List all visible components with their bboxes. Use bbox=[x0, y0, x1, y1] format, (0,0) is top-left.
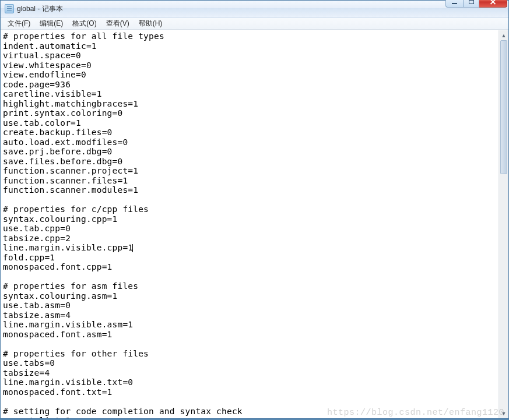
minimize-icon bbox=[452, 3, 457, 4]
notepad-window: global - 记事本 文件(F) 编辑(E) 格式(O) 查看(V) 帮助(… bbox=[0, 0, 509, 419]
maximize-icon bbox=[469, 0, 474, 4]
close-icon bbox=[490, 0, 496, 5]
maximize-button[interactable] bbox=[463, 0, 479, 8]
menu-help[interactable]: 帮助(H) bbox=[134, 17, 167, 30]
menu-edit[interactable]: 编辑(E) bbox=[35, 17, 68, 30]
vertical-scrollbar[interactable]: ▲ ▼ bbox=[499, 30, 508, 418]
window-title: global - 记事本 bbox=[17, 4, 63, 14]
menubar: 文件(F) 编辑(E) 格式(O) 查看(V) 帮助(H) bbox=[1, 17, 508, 30]
scroll-down-arrow-icon[interactable]: ▼ bbox=[499, 408, 508, 418]
minimize-button[interactable] bbox=[445, 0, 463, 8]
scroll-up-arrow-icon[interactable]: ▲ bbox=[499, 30, 508, 40]
window-controls bbox=[445, 0, 507, 8]
menu-view[interactable]: 查看(V) bbox=[101, 17, 134, 30]
content-area: # properties for all file types indent.a… bbox=[1, 30, 508, 418]
menu-file[interactable]: 文件(F) bbox=[3, 17, 35, 30]
menu-format[interactable]: 格式(O) bbox=[68, 17, 101, 30]
scroll-thumb[interactable] bbox=[500, 40, 507, 174]
titlebar[interactable]: global - 记事本 bbox=[1, 1, 508, 17]
text-editor[interactable]: # properties for all file types indent.a… bbox=[1, 30, 499, 418]
close-button[interactable] bbox=[479, 0, 507, 8]
notepad-icon bbox=[5, 4, 14, 13]
